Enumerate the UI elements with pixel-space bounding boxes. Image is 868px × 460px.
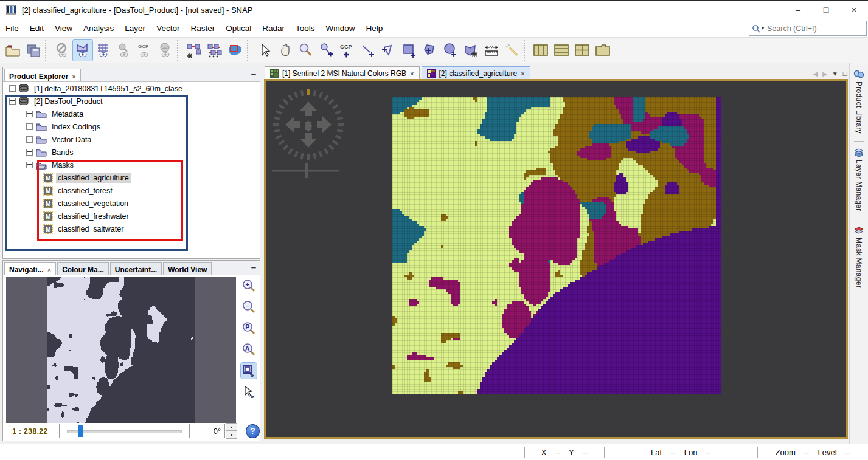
ellipse-tool-icon[interactable] [440,40,460,61]
zoom-slider[interactable] [67,424,181,438]
line-tool-icon[interactable] [358,40,377,61]
tab-product-explorer[interactable]: Product Explorer × [4,69,81,81]
compass-left-arrow[interactable] [285,116,300,133]
no-data-overlay-icon[interactable] [52,40,72,61]
tab-uncertainty[interactable]: Uncertaint... [110,262,162,275]
menu-analysis[interactable]: Analysis [78,21,119,35]
collapse-icon[interactable] [9,98,16,105]
search-caret-icon[interactable]: ▾ [762,26,764,31]
compass-center-knob[interactable] [305,120,313,132]
tile-rows-icon[interactable] [552,40,571,61]
pan-tool-icon[interactable] [275,40,294,61]
rectangle-tool-icon[interactable] [399,40,418,61]
navigation-thumbnail[interactable] [6,277,236,423]
tile-grid-icon[interactable] [572,40,592,61]
tree-node-product-2[interactable]: [2] DasTool_Product [3,95,260,108]
spin-up-icon[interactable]: ▲ [226,423,237,431]
selection-tool-icon[interactable] [254,40,274,61]
tree-node-masks[interactable]: Masks [3,159,260,171]
scroll-right-icon[interactable]: ▶ [822,70,827,77]
zoom-all-button[interactable]: A [241,342,257,357]
menu-help[interactable]: Help [361,21,389,35]
expand-icon[interactable] [26,136,33,143]
compass-down-arrow[interactable] [300,133,317,148]
tree-node-mask-saltwater[interactable]: M classified_saltwater [3,222,260,235]
close-icon[interactable]: × [410,70,414,77]
expand-icon[interactable] [9,85,16,92]
range-finder-icon[interactable]: ? [482,40,501,61]
search-box[interactable]: ▾ [749,21,867,36]
compass-right-arrow[interactable] [317,116,332,133]
menu-window[interactable]: Window [321,21,361,35]
maximize-view-icon[interactable]: □ [843,69,847,78]
slider-handle[interactable] [78,425,83,437]
tile-columns-icon[interactable] [531,40,550,61]
expand-icon[interactable] [26,111,33,117]
pin-overlay-icon[interactable] [114,40,134,61]
polyline-tool-icon[interactable] [378,40,398,61]
compass-navigation-control[interactable] [271,86,350,183]
tab-sentinel-rgb-view[interactable]: [1] Sentinel 2 MSI Natural Colors RGB × [265,66,420,80]
menu-tools[interactable]: Tools [290,21,321,35]
tree-node-mask-freshwater[interactable]: M classified_freshwater [3,210,260,222]
tab-world-view[interactable]: World View [163,262,212,275]
tree-node-bands[interactable]: Bands [3,146,260,159]
menu-edit[interactable]: Edit [24,21,49,35]
image-view-canvas[interactable] [264,79,848,439]
sync-cursor-button[interactable] [241,384,257,400]
batch-processing-icon[interactable] [205,40,224,61]
collapse-icon[interactable] [26,162,33,168]
navigation-preview-image[interactable] [47,277,195,423]
rotation-field[interactable]: 0° [189,424,226,438]
magic-wand-icon[interactable] [502,40,522,61]
world-map-import-icon[interactable] [226,40,245,61]
graticule-overlay-icon[interactable] [94,40,113,61]
tab-classified-agriculture-view[interactable]: [2] classified_agriculture × [422,66,530,80]
panel-minimize-icon[interactable]: – [251,69,256,79]
tile-single-icon[interactable] [593,40,613,61]
dock-mask-manager[interactable]: Mask Manager [850,225,868,288]
menu-radar[interactable]: Radar [257,21,290,35]
zoom-out-button[interactable]: – [241,299,257,315]
dock-layer-manager[interactable]: Layer Manager [850,148,868,211]
save-product-icon[interactable] [24,40,43,61]
close-icon[interactable]: × [72,73,75,80]
menu-layer[interactable]: Layer [119,21,151,35]
tree-node-mask-forest[interactable]: M classified_forest [3,184,260,197]
pin-placing-tool-icon[interactable] [316,40,336,61]
panel-minimize-icon[interactable]: – [251,262,256,272]
close-icon[interactable]: × [521,70,524,77]
tree-node-mask-agriculture[interactable]: M classified_agriculture [3,171,260,184]
polygon-tool-icon[interactable] [420,40,439,61]
menu-vector[interactable]: Vector [151,21,185,35]
graph-builder-icon[interactable] [184,40,204,61]
slider-track[interactable] [67,430,181,433]
tab-colour-manipulation[interactable]: Colour Ma... [57,262,109,275]
expand-icon[interactable] [26,149,33,156]
menu-file[interactable]: File [0,21,24,35]
window-maximize-button[interactable]: □ [812,1,840,19]
close-icon[interactable]: × [47,266,51,273]
classified-map-image[interactable] [392,97,721,394]
tab-list-dropdown-icon[interactable]: ▼ [832,70,838,77]
zoom-in-button[interactable]: + [241,278,257,294]
geometry-overlay-icon[interactable] [73,40,92,61]
zoom-pixel-button[interactable]: P [241,320,257,336]
window-minimize-button[interactable]: – [784,1,812,19]
zoom-tool-icon[interactable] [296,40,315,61]
compass-up-arrow[interactable] [300,101,317,116]
tree-node-mask-vegetation[interactable]: M classified_vegetation [3,197,260,210]
expand-icon[interactable] [26,123,33,130]
tree-node-index-codings[interactable]: Index Codings [3,120,260,133]
menu-view[interactable]: View [49,21,78,35]
dock-product-library[interactable]: Product Library [850,69,868,134]
sync-view-button[interactable] [241,363,257,379]
world-map-overlay-icon[interactable] [156,40,175,61]
gcp-placing-tool-icon[interactable]: GCP [337,40,356,61]
tree-node-metadata[interactable]: Metadata [3,108,260,120]
search-input[interactable] [766,24,866,33]
scroll-left-icon[interactable]: ◀ [813,70,818,77]
tab-navigation[interactable]: Navigati... × [4,262,56,275]
wand-selection-tool-icon[interactable] [461,40,481,61]
open-product-icon[interactable] [3,40,23,61]
